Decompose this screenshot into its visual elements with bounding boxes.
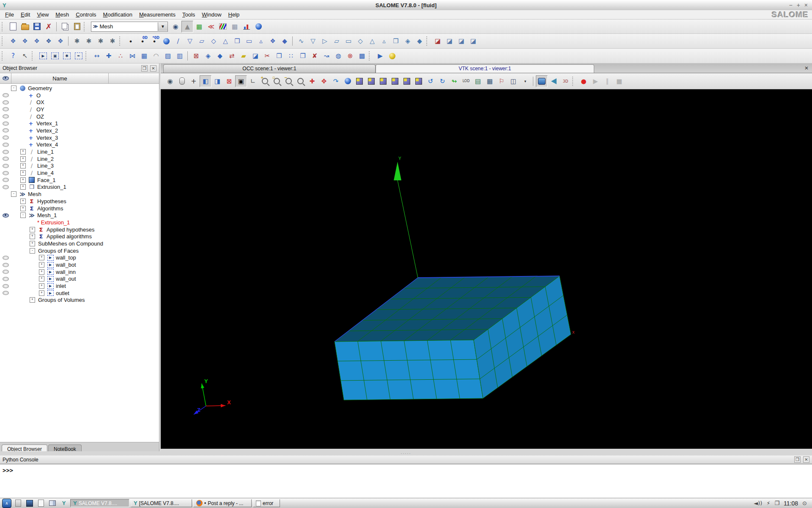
reset-view-icon[interactable]: ↬ [448, 75, 460, 87]
view-front-icon[interactable] [354, 75, 365, 87]
remove-nodes-icon[interactable]: ◪ [432, 35, 444, 47]
tree-item-groups-of-faces[interactable]: -Groups of Faces [0, 247, 159, 254]
tree-item-inlet[interactable]: +▶inlet [0, 282, 159, 290]
visibility-cell[interactable] [0, 171, 11, 175]
prism-icon[interactable]: ▭ [243, 35, 255, 47]
eye-icon[interactable] [3, 100, 9, 105]
flip-edge-icon[interactable]: ⇄ [226, 50, 238, 62]
eye-icon[interactable] [3, 213, 9, 218]
binoculars-icon[interactable]: ◉ [170, 21, 181, 33]
eye-icon[interactable] [3, 291, 9, 295]
volume-icon[interactable]: ◄)) [754, 500, 762, 506]
visibility-cell[interactable] [0, 128, 11, 133]
tree-expander[interactable]: + [20, 184, 26, 190]
pattern-mapping-icon[interactable]: ▨ [162, 50, 174, 62]
show-trihedron-icon[interactable]: ∟ [247, 75, 259, 87]
menu-item-measurements[interactable]: Measurements [136, 11, 179, 18]
visibility-column-header[interactable] [0, 73, 11, 83]
visibility-cell[interactable] [0, 213, 11, 218]
file-manager-icon[interactable] [13, 499, 23, 508]
polyhedron-icon[interactable]: ◆ [279, 35, 291, 47]
pyramid-icon[interactable]: ▵ [255, 35, 267, 47]
menu-item-controls[interactable]: Controls [72, 11, 99, 18]
view-bottom-icon[interactable] [389, 75, 401, 87]
view-back-icon[interactable] [365, 75, 377, 87]
remove-elements-icon[interactable]: ◪ [444, 35, 455, 47]
wireframe-cube-icon[interactable]: ▦ [193, 21, 205, 33]
yellow-sphere-icon[interactable] [386, 50, 398, 62]
mesh-double-icon[interactable]: ❖ [43, 35, 55, 47]
close-button[interactable]: × [804, 2, 808, 8]
smoothing-icon[interactable]: ◠ [150, 50, 162, 62]
visibility-cell[interactable] [0, 178, 11, 182]
eye-icon[interactable] [3, 121, 9, 126]
cutting-icon[interactable]: ◆ [214, 50, 226, 62]
visibility-cell[interactable] [0, 121, 11, 126]
visibility-cell[interactable] [0, 157, 11, 161]
tree-item-outlet[interactable]: +▶outlet [0, 290, 159, 297]
tree-expander[interactable]: + [39, 262, 44, 268]
visibility-cell[interactable] [0, 114, 11, 119]
select-split-icon[interactable]: ◨ [211, 75, 223, 87]
minimize-button[interactable]: − [789, 2, 792, 8]
mesh-person-icon[interactable]: ▲ [181, 21, 193, 33]
quadratic-polygon-icon[interactable]: ◇ [354, 35, 366, 47]
quadratic-pyramid-icon[interactable]: ▵ [378, 35, 390, 47]
eye-icon[interactable] [3, 93, 9, 97]
view-top-icon[interactable] [377, 75, 389, 87]
quadrangle-icon[interactable]: ▱ [196, 35, 208, 47]
taskbar-window--salome-v7-8-[interactable]: Y[SALOME V7.8.... [131, 499, 192, 507]
biquadratic-triangle-icon[interactable]: ▷ [319, 35, 331, 47]
tree-item-oy[interactable]: ∕OY [0, 106, 159, 113]
tree-item--extrusion-1[interactable]: * Extrusion_1 [0, 219, 159, 226]
save-document-icon[interactable] [31, 21, 43, 33]
visibility-cell[interactable] [0, 164, 11, 168]
quadratic-edge-icon[interactable]: ∿ [295, 35, 307, 47]
visibility-cell[interactable] [0, 185, 11, 189]
mouse-icon[interactable] [176, 75, 188, 87]
compute-mesh-icon[interactable]: ✱ [61, 50, 73, 62]
viewer-tab-close-icon[interactable]: ✕ [804, 65, 812, 73]
python-console-input[interactable]: >>> [0, 464, 812, 498]
taskbar-window-post-a-reply-[interactable]: •Post a reply - ... [193, 499, 252, 507]
tree-expander[interactable]: - [20, 213, 26, 218]
visibility-cell[interactable] [0, 100, 11, 105]
views-dropdown-icon[interactable]: ▾ [519, 75, 531, 87]
float-dock-button[interactable]: ❐ [141, 65, 148, 72]
reorient-faces-icon[interactable]: ⊗ [344, 50, 356, 62]
visibility-cell[interactable] [0, 263, 11, 267]
mesh-arrow-icon[interactable]: ❖ [7, 35, 19, 47]
menu-item-modification[interactable]: Modification [100, 11, 136, 18]
selection-point-icon[interactable]: + [188, 75, 200, 87]
split-quadrangle-icon[interactable]: ◪ [250, 50, 261, 62]
globe-icon[interactable] [252, 21, 264, 33]
visibility-cell[interactable] [0, 284, 11, 288]
salome-launcher-icon[interactable]: Y [59, 499, 69, 508]
eye-icon[interactable] [3, 270, 9, 274]
cone-view-icon[interactable] [548, 75, 560, 87]
clear-mesh-icon[interactable]: ◪ [467, 35, 479, 47]
eye-icon[interactable] [3, 256, 9, 260]
menu-item-mesh[interactable]: Mesh [52, 11, 72, 18]
rotate-right-icon[interactable]: ↻ [436, 75, 448, 87]
eye-icon[interactable] [3, 178, 9, 182]
visibility-cell[interactable] [0, 107, 11, 111]
tree-expander[interactable]: + [20, 206, 26, 211]
quadratic-tetrahedron-icon[interactable]: △ [366, 35, 378, 47]
visibility-cell[interactable] [0, 135, 11, 140]
move-node-icon[interactable]: ↔ [91, 50, 103, 62]
eye-icon[interactable] [3, 143, 9, 147]
node-icon[interactable]: ∙ [125, 35, 137, 47]
global-pan-icon[interactable]: ✥ [318, 75, 330, 87]
eye-icon[interactable] [3, 150, 9, 154]
eye-icon[interactable] [3, 157, 9, 161]
surface-mode-icon[interactable] [536, 75, 548, 87]
close-document-icon[interactable]: ✗ [43, 21, 55, 33]
quadratic-triangle-icon[interactable]: ▽ [307, 35, 319, 47]
add-node-icon[interactable]: ✚ [103, 50, 115, 62]
shutdown-icon[interactable]: ⊙ [802, 500, 807, 506]
tree-expander[interactable]: - [11, 191, 16, 197]
tree-expander[interactable]: + [20, 199, 26, 204]
zoom-in-icon[interactable]: + [259, 75, 271, 87]
ball-element-icon[interactable] [160, 35, 172, 47]
